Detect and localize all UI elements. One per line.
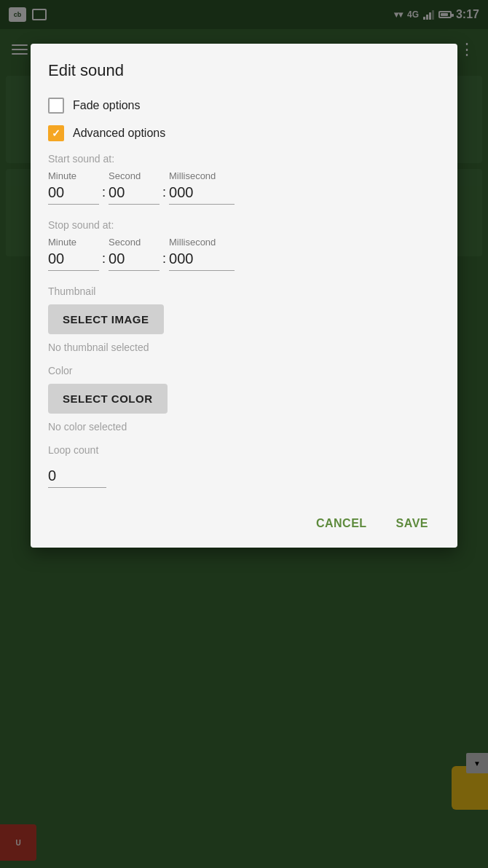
advanced-options-row[interactable]: Advanced options [48, 125, 440, 141]
stop-sep-2: : [160, 251, 169, 271]
loop-count-section: Loop count [48, 444, 440, 488]
start-minute-col: Minute [48, 170, 99, 205]
start-second-label: Second [109, 170, 141, 181]
dialog-title: Edit sound [48, 61, 440, 80]
stop-minute-input[interactable] [48, 250, 99, 271]
stop-sound-label: Stop sound at: [48, 219, 440, 231]
thumbnail-title: Thumbnail [48, 285, 440, 297]
stop-sound-inputs: Minute : Second : Millisecond [48, 237, 440, 271]
stop-sep-1: : [99, 251, 109, 271]
start-second-input[interactable] [109, 184, 160, 205]
loop-count-input[interactable] [48, 467, 106, 488]
advanced-options-label: Advanced options [73, 127, 165, 140]
stop-second-col: Second [109, 237, 160, 271]
stop-sound-group: Stop sound at: Minute : Second : Millise… [48, 219, 440, 271]
stop-millisecond-col: Millisecond [169, 237, 235, 271]
stop-millisecond-label: Millisecond [169, 237, 216, 248]
start-sound-inputs: Minute : Second : Millisecond [48, 170, 440, 205]
loop-count-label: Loop count [48, 444, 440, 456]
edit-sound-dialog: Edit sound Fade options Advanced options… [31, 44, 457, 548]
select-color-button[interactable]: SELECT COLOR [48, 384, 168, 414]
thumbnail-section: Thumbnail SELECT IMAGE No thumbnail sele… [48, 285, 440, 353]
stop-millisecond-input[interactable] [169, 250, 235, 271]
start-millisecond-col: Millisecond [169, 170, 235, 205]
stop-second-label: Second [109, 237, 141, 248]
start-millisecond-label: Millisecond [169, 170, 216, 181]
stop-minute-col: Minute [48, 237, 99, 271]
start-second-col: Second [109, 170, 160, 205]
start-sound-group: Start sound at: Minute : Second : Millis… [48, 153, 440, 205]
fade-options-checkbox[interactable] [48, 98, 64, 114]
fade-options-row[interactable]: Fade options [48, 98, 440, 114]
start-sep-1: : [99, 185, 109, 205]
start-millisecond-input[interactable] [169, 184, 235, 205]
fade-options-label: Fade options [73, 99, 141, 112]
stop-minute-label: Minute [48, 237, 76, 248]
color-section: Color SELECT COLOR No color selected [48, 365, 440, 433]
start-sep-2: : [160, 185, 169, 205]
select-image-button[interactable]: SELECT IMAGE [48, 304, 164, 334]
color-title: Color [48, 365, 440, 376]
start-minute-label: Minute [48, 170, 76, 181]
no-thumbnail-text: No thumbnail selected [48, 342, 440, 353]
stop-second-input[interactable] [109, 250, 160, 271]
no-color-text: No color selected [48, 421, 440, 433]
advanced-options-checkbox[interactable] [48, 125, 64, 141]
dialog-actions: CANCEL SAVE [48, 500, 440, 548]
cancel-button[interactable]: CANCEL [304, 511, 379, 536]
start-minute-input[interactable] [48, 184, 99, 205]
start-sound-label: Start sound at: [48, 153, 440, 165]
save-button[interactable]: SAVE [385, 511, 440, 536]
